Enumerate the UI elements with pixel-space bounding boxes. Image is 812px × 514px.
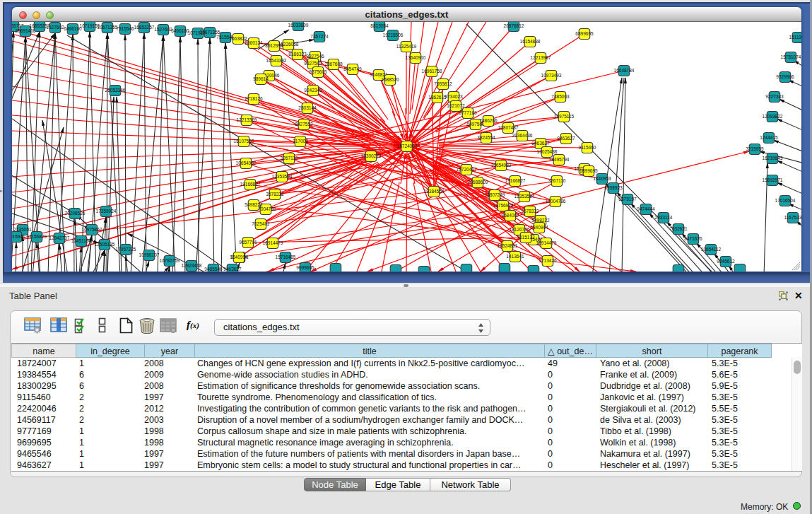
svg-text:10654982: 10654982 (236, 160, 257, 165)
svg-text:10807487: 10807487 (498, 125, 519, 130)
svg-text:17004786: 17004786 (546, 199, 566, 204)
svg-text:7486266: 7486266 (479, 118, 498, 123)
svg-text:317008: 317008 (293, 139, 308, 144)
svg-text:1413641: 1413641 (506, 254, 524, 259)
svg-text:19384554: 19384554 (424, 189, 445, 194)
svg-text:1588520: 1588520 (381, 77, 399, 82)
svg-text:13640910: 13640910 (406, 55, 426, 60)
svg-text:9463627: 9463627 (531, 141, 550, 146)
svg-text:16210643: 16210643 (763, 156, 783, 160)
svg-text:8186323: 8186323 (288, 52, 307, 57)
svg-text:9777169: 9777169 (459, 110, 477, 115)
svg-text:10654112: 10654112 (701, 247, 722, 252)
svg-text:7632621: 7632621 (669, 226, 688, 231)
svg-text:8938923: 8938923 (604, 185, 623, 190)
svg-text:7625402: 7625402 (252, 221, 270, 226)
svg-text:16914479: 16914479 (263, 240, 283, 245)
svg-text:3578332: 3578332 (521, 209, 539, 214)
svg-text:15692971: 15692971 (763, 177, 783, 182)
svg-text:9245612: 9245612 (717, 259, 735, 264)
svg-text:9375605: 9375605 (309, 69, 327, 74)
svg-text:16107553: 16107553 (234, 139, 254, 144)
svg-text:12975115: 12975115 (554, 114, 575, 119)
svg-text:20364436: 20364436 (512, 133, 533, 138)
svg-text:7955812: 7955812 (434, 81, 452, 86)
svg-text:16648784: 16648784 (614, 68, 635, 73)
svg-text:6899695: 6899695 (579, 168, 598, 173)
svg-text:9684067: 9684067 (501, 213, 519, 218)
svg-text:16914479: 16914479 (536, 240, 557, 245)
svg-text:15300275: 15300275 (361, 153, 382, 158)
svg-text:11451194: 11451194 (71, 238, 91, 243)
svg-text:19218506: 19218506 (383, 33, 404, 37)
svg-text:1244415: 1244415 (760, 135, 778, 140)
svg-text:1440953: 1440953 (593, 176, 611, 181)
svg-text:7515546: 7515546 (116, 26, 134, 31)
svg-text:9227343: 9227343 (765, 94, 784, 99)
svg-text:8813054: 8813054 (370, 23, 389, 28)
svg-text:2867608: 2867608 (324, 62, 343, 66)
svg-text:17957225: 17957225 (116, 247, 136, 252)
svg-text:5498222: 5498222 (245, 202, 263, 207)
svg-text:16154838: 16154838 (520, 39, 541, 44)
svg-text:20876812: 20876812 (504, 23, 524, 28)
svg-text:10958107: 10958107 (139, 252, 160, 257)
svg-text:19166827: 19166827 (240, 182, 261, 187)
svg-text:20691406: 20691406 (16, 28, 36, 33)
svg-text:10671355: 10671355 (98, 25, 118, 30)
svg-text:12923468: 12923468 (182, 263, 202, 268)
svg-text:18120746: 18120746 (510, 227, 530, 232)
svg-text:3215955: 3215955 (746, 146, 764, 151)
svg-text:8660124: 8660124 (245, 40, 263, 45)
svg-text:8471676: 8471676 (684, 236, 702, 241)
svg-text:19166827: 19166827 (505, 178, 526, 183)
svg-text:9115460: 9115460 (579, 145, 596, 150)
svg-text:9657791: 9657791 (239, 240, 257, 245)
svg-text:12213369: 12213369 (237, 117, 257, 122)
svg-text:8454749: 8454749 (343, 66, 362, 71)
svg-text:1840994: 1840994 (530, 225, 548, 230)
svg-text:6899695: 6899695 (575, 31, 594, 36)
svg-text:11325419: 11325419 (396, 44, 417, 49)
svg-text:7485003: 7485003 (551, 94, 570, 99)
svg-text:1167533: 1167533 (784, 215, 801, 220)
svg-text:16033809: 16033809 (288, 23, 309, 28)
svg-text:10671355: 10671355 (200, 30, 220, 35)
svg-text:17016504: 17016504 (775, 198, 796, 203)
svg-text:16782759: 16782759 (160, 258, 180, 263)
svg-text:2803144: 2803144 (298, 105, 317, 110)
svg-text:9242343: 9242343 (304, 88, 322, 93)
svg-text:26053346: 26053346 (105, 88, 126, 93)
svg-text:16853257: 16853257 (134, 25, 155, 30)
svg-text:1840994: 1840994 (230, 255, 248, 259)
svg-text:9463627: 9463627 (557, 136, 575, 141)
svg-text:15751074: 15751074 (781, 54, 801, 59)
svg-text:3267110: 3267110 (548, 178, 566, 183)
svg-text:9463627: 9463627 (223, 267, 242, 271)
svg-text:1615132: 1615132 (517, 235, 535, 240)
svg-text:10756928: 10756928 (493, 203, 514, 208)
svg-text:12942737: 12942737 (49, 235, 70, 240)
svg-text:12353594: 12353594 (514, 194, 535, 199)
svg-text:16961758: 16961758 (422, 69, 442, 74)
svg-text:989614: 989614 (253, 76, 269, 81)
svg-text:9734023: 9734023 (445, 94, 463, 99)
svg-text:1713426: 1713426 (539, 258, 557, 263)
svg-text:6466160: 6466160 (171, 28, 189, 33)
svg-text:17359924: 17359924 (96, 209, 117, 214)
svg-text:8427552: 8427552 (295, 122, 313, 127)
svg-text:10025438: 10025438 (537, 149, 558, 154)
svg-text:18724007: 18724007 (397, 144, 418, 148)
svg-text:1621072: 1621072 (447, 103, 465, 108)
svg-text:19524851: 19524851 (498, 243, 518, 248)
svg-text:7357274: 7357274 (310, 34, 329, 39)
svg-text:11156829: 11156829 (27, 234, 47, 239)
svg-text:1362615: 1362615 (428, 95, 447, 100)
svg-text:12093822: 12093822 (763, 114, 783, 119)
svg-text:9465546: 9465546 (204, 267, 223, 271)
svg-text:10654982: 10654982 (491, 163, 512, 168)
svg-text:3824554: 3824554 (477, 135, 495, 140)
svg-text:20206526: 20206526 (65, 211, 86, 216)
svg-text:1527602: 1527602 (46, 25, 64, 30)
svg-text:15720407: 15720407 (457, 167, 477, 172)
